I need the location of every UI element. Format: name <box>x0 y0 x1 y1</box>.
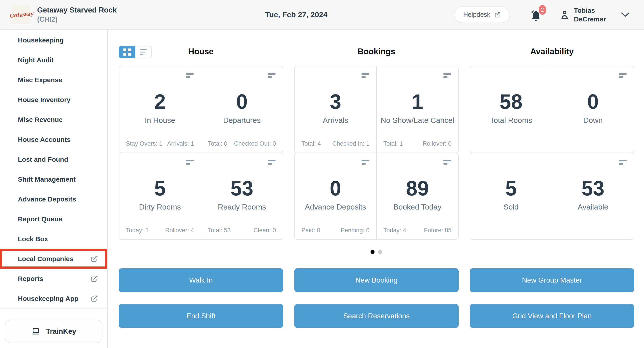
list-icon <box>140 48 147 56</box>
stat-cell-ready-rooms: 53 Ready Rooms Total: 53 Clean: 0 <box>201 153 283 239</box>
sidebar-item-label: Shift Management <box>18 175 76 183</box>
carousel-pagination <box>119 250 634 254</box>
app-header: Getaway Getaway Starved Rock (CHI2) Tue,… <box>0 0 644 30</box>
house-panel: 2 In House Stay Overs: 1 Arrivals: 1 0 D… <box>119 66 283 240</box>
chevron-down-icon[interactable] <box>621 12 630 17</box>
stat-value: 0 <box>587 91 598 112</box>
stat-detail: Total: 1 <box>384 140 403 147</box>
grid-view-button[interactable] <box>119 46 135 58</box>
sidebar-item-housekeeping-app[interactable]: Housekeeping App <box>0 289 107 309</box>
sidebar-item-report-queue[interactable]: Report Queue <box>0 209 107 229</box>
stat-label: Total Rooms <box>490 116 532 125</box>
card-menu-icon[interactable] <box>362 160 369 165</box>
user-icon <box>560 9 570 20</box>
view-toggle <box>119 46 152 58</box>
stat-cell-no-show-late-cancel: 1 No Show/Late Cancel Total: 1 Rollover:… <box>376 66 458 153</box>
user-menu[interactable]: Tobias DeCremer <box>560 6 606 23</box>
sidebar: Housekeeping Night Audit Misc Expense Ho… <box>0 30 108 348</box>
sidebar-item-advance-deposits[interactable]: Advance Deposits <box>0 189 107 209</box>
stat-detail: Today: 1 <box>126 227 149 234</box>
pms-dashboard: Getaway Getaway Starved Rock (CHI2) Tue,… <box>0 0 644 348</box>
card-menu-icon[interactable] <box>268 73 276 78</box>
sidebar-item-label: Night Audit <box>18 56 54 64</box>
card-menu-icon[interactable] <box>619 160 626 165</box>
stat-card-row: 5 Sold 53 Available <box>470 153 634 240</box>
card-menu-icon[interactable] <box>186 73 194 78</box>
sidebar-item-house-inventory[interactable]: House Inventory <box>0 90 107 110</box>
card-menu-icon[interactable] <box>362 73 369 78</box>
section-title-availability: Availability <box>470 47 634 56</box>
stat-panels: 2 In House Stay Overs: 1 Arrivals: 1 0 D… <box>119 66 634 240</box>
new-group-master-button[interactable]: New Group Master <box>470 268 634 292</box>
trainkey-label: TrainKey <box>46 327 76 336</box>
sidebar-item-local-companies[interactable]: Local Companies <box>0 249 107 269</box>
walk-in-button[interactable]: Walk In <box>119 268 283 292</box>
list-view-button[interactable] <box>135 46 152 58</box>
current-date: Tue, Feb 27, 2024 <box>265 10 327 19</box>
stat-label: Arrivals <box>323 116 348 125</box>
stat-detail: Arrivals: 1 <box>167 140 194 147</box>
helpdesk-button[interactable]: Helpdesk <box>454 6 510 23</box>
stat-footer: Stay Overs: 1 Arrivals: 1 <box>126 140 194 147</box>
stat-footer: Today: 4 Future: 85 <box>384 227 452 234</box>
sidebar-item-shift-management[interactable]: Shift Management <box>0 169 107 189</box>
sidebar-item-label: Misc Revenue <box>18 116 62 124</box>
card-menu-icon[interactable] <box>444 73 451 78</box>
sidebar-item-lost-and-found[interactable]: Lost and Found <box>0 150 107 169</box>
stat-label: In House <box>145 116 175 125</box>
search-reservations-button[interactable]: Search Reservations <box>294 304 459 328</box>
sidebar-item-lock-box[interactable]: Lock Box <box>0 229 107 249</box>
stat-value: 89 <box>406 178 429 198</box>
sidebar-item-label: Housekeeping App <box>18 295 78 302</box>
stat-detail: Rollover: 0 <box>422 140 452 147</box>
section-title-bookings: Bookings <box>294 47 459 56</box>
sidebar-item-label: Local Companies <box>18 255 73 263</box>
availability-panel: 58 Total Rooms 0 Down 5 Sold <box>470 66 634 240</box>
end-shift-button[interactable]: End Shift <box>119 304 283 328</box>
stat-footer: Total: 1 Rollover: 0 <box>384 140 452 147</box>
sidebar-item-housekeeping[interactable]: Housekeeping <box>0 30 107 50</box>
external-link-icon <box>91 255 98 262</box>
stat-value: 1 <box>412 91 423 112</box>
sidebar-item-label: House Inventory <box>18 96 70 104</box>
pagination-dot[interactable] <box>370 250 374 254</box>
card-menu-icon[interactable] <box>186 160 194 165</box>
stat-label: Booked Today <box>393 203 442 211</box>
stat-cell-booked-today: 89 Booked Today Today: 4 Future: 85 <box>376 153 458 239</box>
stat-label: Departures <box>223 116 261 125</box>
stat-cell-arrivals: 3 Arrivals Total: 4 Checked In: 1 <box>295 66 376 153</box>
sidebar-item-label: Advance Deposits <box>18 195 76 203</box>
stat-label: No Show/Late Cancel <box>380 116 454 125</box>
sidebar-item-misc-expense[interactable]: Misc Expense <box>0 70 107 90</box>
stat-detail: Pending: 0 <box>340 227 370 234</box>
stat-value: 0 <box>236 91 248 112</box>
card-menu-icon[interactable] <box>444 160 451 165</box>
card-menu-icon[interactable] <box>268 160 276 165</box>
property-name: Getaway Starved Rock <box>37 6 117 14</box>
stat-card-row: 5 Dirty Rooms Today: 1 Rollover: 4 53 Re… <box>119 153 283 240</box>
external-link-icon <box>91 295 98 302</box>
sidebar-item-house-accounts[interactable]: House Accounts <box>0 130 107 150</box>
section-headings: House Bookings Availability <box>119 30 634 66</box>
trainkey-button[interactable]: TrainKey <box>5 320 102 343</box>
grid-icon <box>124 48 131 56</box>
card-menu-icon[interactable] <box>619 73 626 78</box>
notifications-bell-button[interactable]: 2 <box>530 7 542 22</box>
sidebar-item-misc-revenue[interactable]: Misc Revenue <box>0 110 107 130</box>
stat-detail: Total: 4 <box>302 140 321 147</box>
pagination-dot[interactable] <box>378 250 382 254</box>
stat-footer: Paid: 0 Pending: 0 <box>302 227 370 234</box>
stat-label: Available <box>578 203 608 211</box>
stat-label: Advance Deposits <box>305 203 366 211</box>
stat-footer: Total: 4 Checked In: 1 <box>302 140 370 147</box>
new-booking-button[interactable]: New Booking <box>294 268 459 292</box>
stat-detail: Total: 0 <box>208 140 228 147</box>
sidebar-item-reports[interactable]: Reports <box>0 269 107 289</box>
grid-view-floor-plan-button[interactable]: Grid View and Floor Plan <box>470 304 634 328</box>
bookings-panel: 3 Arrivals Total: 4 Checked In: 1 1 No S… <box>294 66 459 240</box>
sidebar-item-label: Reports <box>18 275 43 283</box>
stat-label: Sold <box>503 203 518 211</box>
sidebar-item-label: House Accounts <box>18 136 71 143</box>
sidebar-item-night-audit[interactable]: Night Audit <box>0 50 107 70</box>
stat-detail: Today: 4 <box>384 227 406 234</box>
